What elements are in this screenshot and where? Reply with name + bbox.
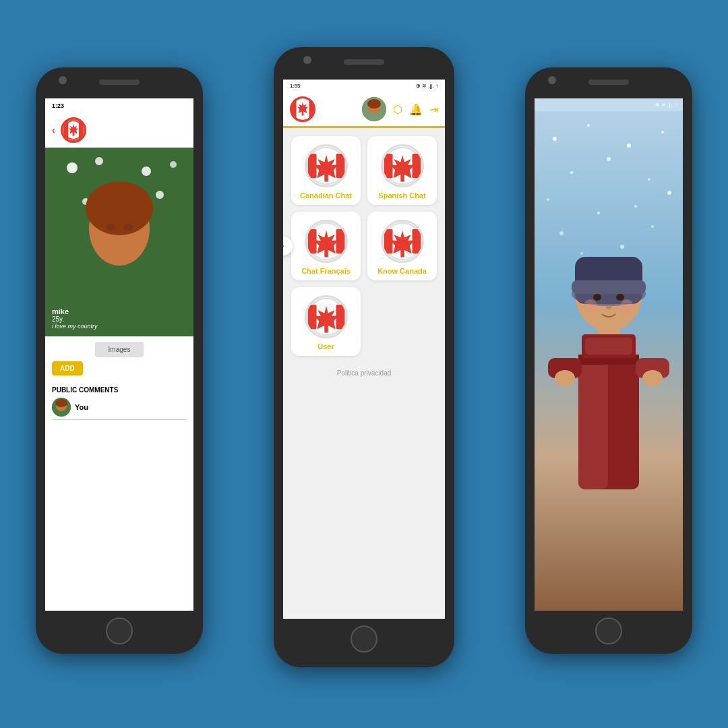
profile-age: 25y. [52,315,98,323]
center-status-bar: 1:55 ⊕ ≋ .||. ↑ [283,80,445,92]
svg-point-60 [642,370,663,386]
spanish-chat-card[interactable]: Spanish Chat [367,136,437,205]
comment-avatar [52,398,71,417]
canada-flag-svg-2 [383,144,422,187]
svg-rect-18 [291,98,296,119]
left-time: 1:23 [52,102,64,109]
spanish-chat-label: Spanish Chat [378,191,425,200]
right-status-bar: ⊕ ≋ .||. ↑ [535,98,683,111]
left-content: 1:23 ‹ [45,98,193,611]
scene: 1:23 ‹ [17,34,711,694]
winter-scene [535,98,683,611]
know-canada-label: Know Canada [377,267,427,275]
canadian-chat-card[interactable]: Canadian Chat [291,136,361,205]
user-label: User [317,342,334,351]
add-button[interactable]: ADD [52,361,83,375]
header-icons: ⬡ 🔔 ⇥ [362,97,438,121]
profile-photo: mike 25y. i love my country [45,148,193,336]
right-screen: ⊕ ≋ .||. ↑ [535,98,683,611]
svg-point-45 [648,178,650,181]
center-time: 1:55 [290,83,301,89]
svg-rect-1 [64,121,68,140]
svg-point-40 [587,124,590,127]
user-avatar[interactable] [362,97,386,121]
left-screen: 1:23 ‹ [45,98,193,611]
phone-center: 1:55 ⊕ ≋ .||. ↑ [274,47,454,667]
center-maple-icon [291,98,314,121]
svg-point-53 [620,245,624,249]
profile-bio: i love my country [52,323,98,330]
comment-divider [52,419,187,420]
svg-point-70 [620,299,634,313]
left-header: ‹ [45,113,193,148]
svg-point-68 [606,305,611,309]
left-status-bar: 1:23 [45,98,193,113]
svg-point-6 [142,166,151,176]
bell-icon[interactable]: 🔔 [409,103,423,116]
user-card[interactable]: User [291,287,361,356]
svg-point-22 [367,99,381,109]
svg-rect-55 [578,355,608,489]
svg-point-9 [156,191,164,199]
center-content: 1:55 ⊕ ≋ .||. ↑ [283,80,445,619]
svg-point-69 [584,299,597,313]
comment-user: You [52,398,187,417]
privacy-link[interactable]: Politica privacidad [283,364,445,382]
svg-point-41 [627,144,631,148]
svg-point-47 [667,191,671,195]
left-home-btn[interactable] [106,617,133,644]
user-flag [305,295,348,338]
svg-point-66 [593,294,601,301]
canadian-chat-flag [305,144,348,187]
know-canada-flag [381,220,424,263]
phone-left: 1:23 ‹ [36,67,203,654]
canada-flag-svg-3 [307,220,346,263]
svg-point-51 [651,225,654,228]
french-chat-label: Chat Français [301,267,351,275]
center-home-btn[interactable] [351,626,377,653]
right-home-btn[interactable] [595,617,622,644]
back-icon[interactable]: ‹ [52,125,55,135]
svg-point-16 [55,399,67,407]
svg-point-59 [555,370,575,386]
svg-point-5 [95,157,103,165]
center-camera [303,56,311,64]
svg-rect-19 [309,98,314,119]
exit-icon[interactable]: ⇥ [429,103,438,116]
comment-you-text: You [75,403,88,411]
center-header: ⬡ 🔔 ⇥ [283,92,445,128]
french-chat-card[interactable]: Chat Français [291,212,361,280]
right-status-icons: ⊕ ≋ .||. ↑ [655,102,677,108]
svg-point-11 [86,181,153,235]
chat-grid: Canadian Chat [283,128,445,364]
svg-point-48 [597,212,600,214]
svg-point-12 [106,224,115,231]
svg-point-46 [547,198,549,201]
svg-point-39 [553,137,557,141]
svg-point-50 [559,231,564,235]
svg-rect-72 [585,338,632,355]
public-comments-section: PUBLIC COMMENTS You [45,381,193,425]
spanish-chat-flag [381,144,424,187]
right-content: ⊕ ≋ .||. ↑ [535,98,683,611]
images-section: Images ADD [45,336,193,381]
status-icons: ⊕ ≋ .||. ↑ [416,83,438,89]
public-comments-title: PUBLIC COMMENTS [52,386,187,394]
canada-flag-svg-5 [307,295,346,338]
avatar-icon [52,398,71,417]
images-button[interactable]: Images [95,342,144,357]
avatar-header-icon [362,97,386,121]
know-canada-card[interactable]: Know Canada [367,212,437,280]
left-camera [59,76,67,84]
center-screen: 1:55 ⊕ ≋ .||. ↑ [283,80,445,619]
svg-point-52 [580,252,583,255]
phone-right: ⊕ ≋ .||. ↑ [525,67,692,654]
maple-leaf-icon-left [64,121,83,140]
left-logo [61,117,86,143]
svg-point-44 [607,157,611,161]
share-icon[interactable]: ⬡ [393,103,402,116]
svg-rect-2 [79,121,83,140]
chat-grid-container: › [283,128,445,364]
profile-info: mike 25y. i love my country [52,307,98,330]
center-logo[interactable] [290,96,315,122]
